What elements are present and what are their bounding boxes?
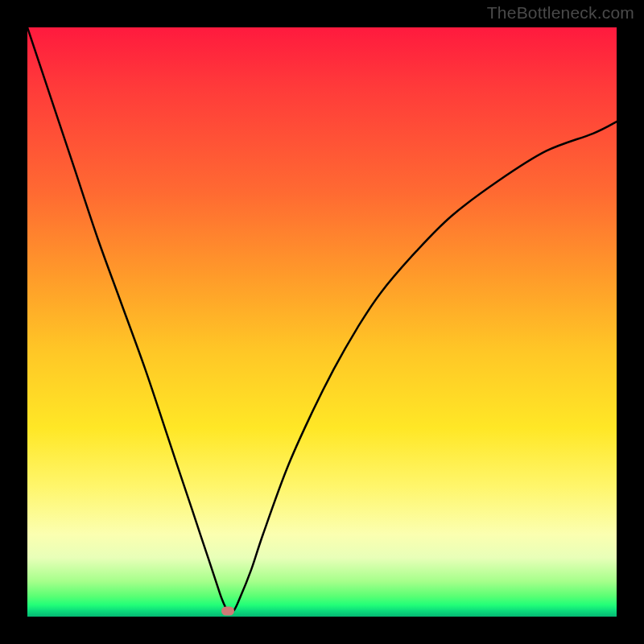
curve-svg <box>27 27 617 617</box>
watermark-label: TheBottleneck.com <box>487 3 634 23</box>
curve-path <box>27 27 617 613</box>
chart-frame: TheBottleneck.com <box>0 0 644 644</box>
curve-minimum-marker <box>221 606 234 615</box>
plot-area <box>27 27 617 617</box>
